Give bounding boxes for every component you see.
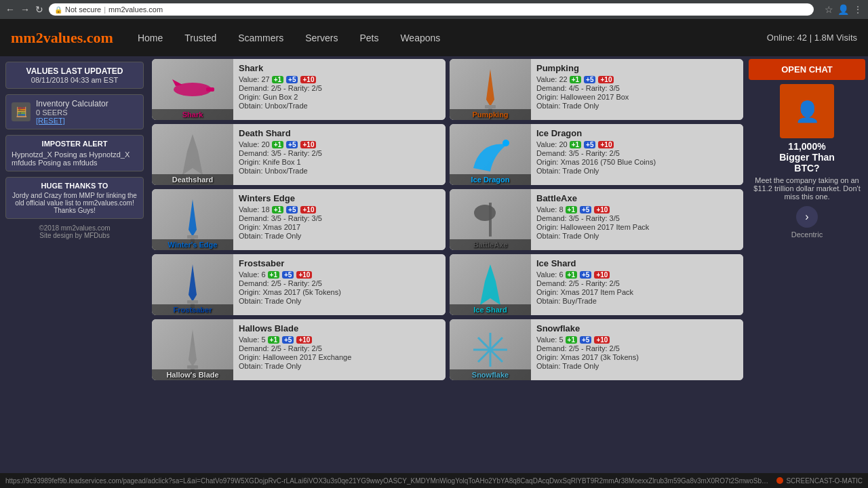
- online-count: Online: 42 | 1.8M Visits: [767, 33, 857, 43]
- profile-icon[interactable]: 👤: [837, 4, 849, 15]
- badge-plus5: +5: [286, 141, 298, 148]
- weapon-card: Ice Dragon Ice Dragon Value: 20 +1 +5 +1…: [450, 124, 743, 185]
- site-logo[interactable]: mm2values.com: [11, 29, 113, 47]
- svg-marker-17: [189, 329, 197, 367]
- weapon-obtain: Obtain: Buy/Trade: [536, 297, 738, 305]
- weapon-image: Shark: [152, 59, 233, 120]
- thanks-label: HUGE THANKS TO: [12, 182, 138, 190]
- weapon-obtain: Obtain: Trade Only: [536, 167, 738, 175]
- lock-icon: 🔒: [54, 6, 62, 14]
- star-icon[interactable]: ☆: [825, 4, 833, 15]
- weapon-title: Ice Dragon: [536, 128, 738, 138]
- refresh-button[interactable]: ↻: [35, 4, 43, 15]
- nav-scammers[interactable]: Scammers: [234, 30, 288, 46]
- address-bar[interactable]: 🔒 Not secure | mm2values.com: [49, 3, 814, 16]
- badge-plus10: +10: [296, 271, 312, 279]
- weapon-title: Frostsaber: [239, 258, 440, 268]
- weapon-demand: Demand: 3/5 - Rarity: 2/5: [536, 149, 738, 157]
- weapon-origin: Origin: Halloween 2017 Exchange: [239, 353, 440, 361]
- weapon-info: Death Shard Value: 20 +1 +5 +10 Demand: …: [233, 124, 446, 185]
- nav-pets[interactable]: Pets: [355, 30, 382, 46]
- weapon-grid: Shark Shark Value: 27 +1 +5 +10 Demand: …: [152, 59, 743, 380]
- badge-plus10: +10: [594, 271, 610, 279]
- weapon-name-tag: Shark: [152, 109, 233, 120]
- weapon-demand: Demand: 3/5 - Rarity: 3/5: [536, 214, 738, 222]
- weapon-demand: Demand: 2/5 - Rarity: 2/5: [239, 84, 440, 92]
- content-area: Shark Shark Value: 27 +1 +5 +10 Demand: …: [149, 56, 746, 473]
- badge-plus10: +10: [296, 336, 312, 344]
- weapon-info: Winters Edge Value: 18 +1 +5 +10 Demand:…: [233, 189, 446, 250]
- ad-avatar: 👤: [780, 84, 834, 138]
- badge-plus10: +10: [598, 141, 614, 148]
- nav-servers[interactable]: Servers: [301, 30, 342, 46]
- svg-point-7: [502, 140, 509, 146]
- browser-chrome: ← → ↻ 🔒 Not secure | mm2values.com ☆ 👤 ⋮: [0, 0, 868, 19]
- weapon-name-tag: Snowflake: [450, 369, 531, 380]
- weapon-obtain: Obtain: Unbox/Trade: [239, 167, 440, 175]
- weapon-card: Shark Shark Value: 27 +1 +5 +10 Demand: …: [152, 59, 446, 120]
- screencast-dot: [776, 477, 783, 484]
- weapon-name-tag: Hallow's Blade: [152, 369, 233, 380]
- svg-marker-6: [182, 134, 203, 175]
- weapon-info: Frostsaber Value: 6 +1 +5 +10 Demand: 2/…: [233, 254, 446, 315]
- weapon-card: Ice Shard Ice Shard Value: 6 +1 +5 +10 D…: [450, 254, 743, 315]
- weapon-value: Value: 6 +1 +5 +10: [239, 270, 440, 279]
- weapon-image: Frostsaber: [152, 254, 233, 315]
- forward-button[interactable]: →: [20, 4, 30, 15]
- weapon-obtain: Obtain: Trade Only: [239, 362, 440, 370]
- ad-headline: 11,000%Bigger ThanBTC?: [779, 141, 835, 174]
- nav-trusted[interactable]: Trusted: [180, 30, 220, 46]
- weapon-value: Value: 20 +1 +5 +10: [239, 140, 440, 148]
- weapon-value: Value: 22 +1 +5 +10: [536, 75, 738, 83]
- badge-plus1: +1: [272, 141, 283, 148]
- weapon-title: Hallows Blade: [239, 323, 440, 333]
- weapon-origin: Origin: Xmas 2017: [239, 223, 440, 231]
- reset-link[interactable]: [RESET]: [36, 117, 108, 125]
- badge-plus1: +1: [566, 206, 577, 214]
- menu-icon[interactable]: ⋮: [853, 4, 863, 15]
- weapon-origin: Origin: Halloween 2017 Item Pack: [536, 223, 738, 231]
- badge-plus5: +5: [580, 206, 591, 214]
- badge-plus10: +10: [594, 206, 610, 214]
- ad-body: Meet the company taking on an $11.2 tril…: [749, 176, 865, 201]
- back-button[interactable]: ←: [5, 4, 15, 15]
- weapon-origin: Origin: Xmas 2017 (5k Tokens): [239, 288, 440, 296]
- weapon-card: Pumpking Pumpking Value: 22 +1 +5 +10 De…: [450, 59, 743, 120]
- badge-plus10: +10: [598, 76, 614, 83]
- weapon-name-tag: Frostsaber: [152, 304, 233, 315]
- weapon-demand: Demand: 2/5 - Rarity: 2/5: [536, 279, 738, 287]
- nav-home[interactable]: Home: [134, 30, 167, 46]
- weapon-origin: Origin: Xmas 2017 (3k Tokens): [536, 353, 738, 361]
- status-url: https://9c93989fef9b.leadservices.com/pa…: [5, 477, 771, 485]
- svg-point-12: [474, 205, 496, 221]
- badge-plus1: +1: [566, 271, 577, 279]
- weapon-origin: Origin: Halloween 2017 Box: [536, 93, 738, 101]
- nav-weapons[interactable]: Weapons: [396, 30, 444, 46]
- weapon-name-tag: BattleAxe: [450, 239, 531, 250]
- browser-action-icons: ☆ 👤 ⋮: [825, 4, 863, 15]
- thanks-box: HUGE THANKS TO Jordy and Crazy from MMP …: [5, 177, 144, 219]
- weapon-image: Ice Dragon: [450, 124, 531, 185]
- navbar: mm2values.com Home Trusted Scammers Serv…: [0, 19, 868, 56]
- weapon-title: Pumpking: [536, 63, 738, 73]
- weapon-title: Shark: [239, 63, 440, 73]
- badge-plus10: +10: [300, 141, 316, 148]
- badge-plus5: +5: [282, 271, 294, 279]
- imposter-label: IMPOSTER ALERT: [12, 140, 138, 148]
- ad-next-arrow[interactable]: ›: [796, 206, 818, 228]
- weapon-image: Hallow's Blade: [152, 319, 233, 380]
- calc-label: Inventory Calculator: [36, 99, 108, 108]
- thanks-text: Jordy and Crazy from MMP for linking the…: [12, 192, 138, 214]
- values-updated-box: VALUES LAST UPDATED 08/11/2018 04:33 am …: [5, 62, 144, 89]
- inventory-calculator[interactable]: 🧮 Inventory Calculator 0 SEERS [RESET]: [5, 94, 144, 129]
- open-chat-button[interactable]: OPEN CHAT: [749, 59, 865, 80]
- badge-plus5: +5: [286, 206, 298, 214]
- svg-rect-9: [187, 235, 198, 239]
- status-bar: https://9c93989fef9b.leadservices.com/pa…: [0, 473, 868, 488]
- weapon-value: Value: 5 +1 +5 +10: [239, 336, 440, 344]
- weapon-obtain: Obtain: Trade Only: [536, 232, 738, 240]
- weapon-name-tag: Ice Dragon: [450, 174, 531, 185]
- weapon-obtain: Obtain: Unbox/Trade: [239, 102, 440, 110]
- weapon-origin: Origin: Knife Box 1: [239, 158, 440, 166]
- weapon-value: Value: 6 +1 +5 +10: [536, 270, 738, 279]
